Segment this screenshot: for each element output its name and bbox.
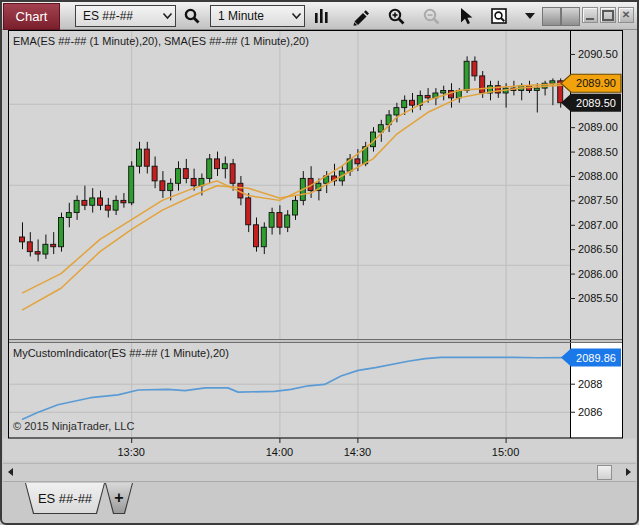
chevron-down-icon — [159, 12, 175, 20]
zoom-in-button[interactable] — [383, 4, 409, 28]
candle-up — [59, 217, 64, 246]
candle-down — [105, 205, 110, 210]
candle-up — [176, 169, 181, 184]
add-tab-button[interactable]: + — [105, 483, 133, 514]
candle-up — [74, 200, 79, 212]
scroll-left-button[interactable] — [3, 464, 17, 480]
zoom-in-icon — [387, 7, 406, 26]
candle-up — [261, 227, 266, 247]
instrument-link-button[interactable] — [542, 7, 561, 26]
chart-window-tab[interactable]: Chart — [3, 3, 60, 30]
add-tab-label: + — [106, 483, 132, 513]
price-tick-label: 2087.50 — [578, 194, 618, 206]
instrument-search-button[interactable] — [179, 4, 205, 28]
svg-text:2089.50: 2089.50 — [576, 97, 616, 109]
tab-es-instrument[interactable]: ES ##-## — [25, 483, 105, 514]
candle-up — [222, 164, 227, 169]
price-tick-label: 2085.50 — [578, 292, 618, 304]
price-tick-label: 2086.50 — [578, 243, 618, 255]
scroll-right-button[interactable] — [622, 464, 636, 480]
chart-style-button[interactable] — [308, 4, 334, 28]
svg-text:2089.86: 2089.86 — [576, 352, 616, 364]
horizontal-scrollbar[interactable] — [3, 463, 636, 482]
candle-up — [534, 88, 539, 90]
time-tick-label: 14:00 — [266, 446, 294, 458]
candle-up — [129, 166, 134, 203]
cursor-arrow-icon — [457, 7, 474, 25]
time-tick-label: 15:00 — [492, 446, 520, 458]
candle-up — [285, 215, 290, 227]
copyright-label: © 2015 NinjaTrader, LLC — [13, 420, 134, 432]
indicator-tick-label: 2088 — [578, 378, 602, 390]
candle-up — [441, 91, 446, 93]
candle-up — [402, 100, 407, 107]
pencil-icon — [350, 7, 369, 26]
candle-up — [43, 244, 48, 254]
chart-window: 2090.502089.002088.502088.002087.502087.… — [0, 0, 639, 525]
arrow-left-icon — [4, 468, 13, 476]
candle-down — [27, 242, 32, 252]
candle-down — [472, 61, 477, 76]
candle-up — [113, 200, 118, 210]
candle-up — [137, 149, 142, 166]
candle-up — [293, 200, 298, 215]
caret-down-icon — [524, 12, 536, 20]
candle-down — [246, 198, 251, 225]
candle-down — [160, 181, 165, 191]
candle-down — [35, 252, 40, 254]
price-tick-label: 2090.50 — [578, 48, 618, 60]
svg-text:2089.90: 2089.90 — [576, 77, 616, 89]
candle-up — [207, 159, 212, 179]
price-panel-label: EMA(ES ##-## (1 Minute),20), SMA(ES ##-#… — [13, 35, 309, 47]
tab-bar: ES ##-## + — [2, 481, 637, 521]
indicator-panel-label: MyCustomIndicator(ES ##-## (1 Minute),20… — [13, 347, 229, 359]
cursor-button[interactable] — [452, 4, 478, 28]
candle-down — [183, 169, 188, 179]
candle-down — [254, 225, 259, 247]
drawing-tools-button[interactable] — [346, 4, 372, 28]
minimize-button[interactable] — [582, 7, 598, 23]
toolbar-more-dropdown[interactable] — [520, 4, 540, 28]
candle-down — [355, 159, 360, 164]
restore-button[interactable] — [600, 7, 616, 23]
ema-price-marker: 2089.90 — [561, 74, 621, 92]
time-axis-bg — [3, 439, 636, 462]
zoom-out-button[interactable] — [418, 4, 444, 28]
candle-down — [152, 166, 157, 181]
interval-value: 1 Minute — [211, 9, 288, 23]
candle-up — [464, 61, 469, 90]
candle-down — [425, 95, 430, 97]
toolbar: Chart ES ##-## 1 Minute — [2, 2, 637, 30]
candle-down — [230, 164, 235, 184]
interval-selector[interactable]: 1 Minute — [210, 5, 305, 27]
candle-up — [90, 198, 95, 205]
instrument-selector[interactable]: ES ##-## — [75, 5, 176, 27]
candle-up — [269, 213, 274, 228]
bar-chart-icon — [312, 7, 330, 25]
candle-down — [215, 159, 220, 169]
candle-up — [66, 213, 71, 218]
tab-label: ES ##-## — [26, 483, 104, 513]
scrollbar-thumb[interactable] — [597, 465, 612, 480]
chart-canvas[interactable]: 2090.502089.002088.502088.002087.502087.… — [0, 0, 639, 525]
last-price-marker: 2089.50 — [561, 94, 621, 112]
time-tick-label: 13:30 — [117, 446, 145, 458]
candle-down — [277, 213, 282, 228]
search-icon — [183, 7, 201, 25]
candle-down — [82, 200, 87, 205]
zoom-out-icon — [422, 7, 441, 26]
arrow-right-icon — [626, 468, 635, 476]
data-box-button[interactable] — [486, 4, 512, 28]
close-button[interactable]: ✕ — [618, 7, 634, 23]
interval-link-button[interactable] — [561, 7, 580, 26]
data-box-icon — [490, 7, 509, 25]
indicator-tick-label: 2086 — [578, 406, 602, 418]
candle-down — [98, 198, 103, 205]
instrument-value: ES ##-## — [76, 9, 159, 23]
chevron-down-icon — [288, 12, 304, 20]
restore-icon — [602, 10, 614, 21]
candle-down — [480, 76, 485, 93]
close-icon: ✕ — [622, 10, 630, 20]
candle-up — [550, 81, 555, 83]
minimize-icon — [586, 18, 594, 20]
